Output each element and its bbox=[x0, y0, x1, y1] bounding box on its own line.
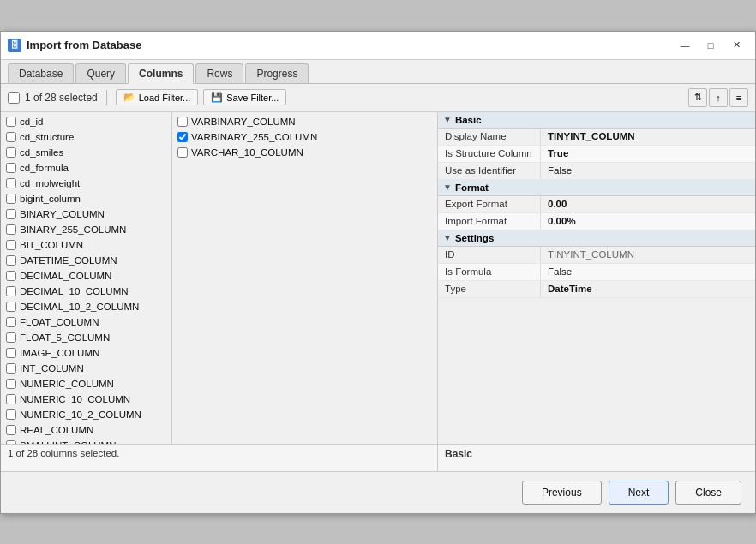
section-format-header[interactable]: ▼ Format bbox=[438, 180, 755, 196]
col-checkbox[interactable] bbox=[6, 286, 16, 296]
load-filter-label: Load Filter... bbox=[139, 93, 191, 103]
list-item[interactable]: NUMERIC_10_COLUMN bbox=[1, 392, 171, 407]
next-button[interactable]: Next bbox=[609, 481, 669, 505]
section-format-label: Format bbox=[455, 182, 489, 193]
col-checkbox[interactable] bbox=[6, 194, 16, 204]
col-checkbox[interactable] bbox=[6, 348, 16, 358]
list-item[interactable]: DECIMAL_10_COLUMN bbox=[1, 284, 171, 299]
tab-columns[interactable]: Columns bbox=[128, 63, 194, 84]
list-item[interactable]: NUMERIC_COLUMN bbox=[1, 376, 171, 392]
sort-icon-button[interactable]: ⇅ bbox=[688, 88, 707, 107]
list-item[interactable]: cd_structure bbox=[1, 129, 171, 145]
list-item[interactable]: cd_molweight bbox=[1, 176, 171, 191]
left-panel: cd_id cd_structure cd_smiles cd_formula … bbox=[1, 112, 438, 471]
status-bar-left: 1 of 28 columns selected. bbox=[1, 444, 437, 471]
list-item[interactable]: NUMERIC_10_2_COLUMN bbox=[1, 407, 171, 422]
prop-value-is-formula: False bbox=[541, 264, 755, 280]
list-item[interactable]: cd_id bbox=[1, 114, 171, 129]
main-content: cd_id cd_structure cd_smiles cd_formula … bbox=[1, 112, 755, 472]
minimize-button[interactable]: — bbox=[673, 37, 697, 54]
list-item[interactable]: DATETIME_COLUMN bbox=[1, 253, 171, 268]
prop-value-type: DateTime bbox=[541, 281, 755, 297]
toolbar-separator bbox=[106, 90, 107, 105]
close-button[interactable]: Close bbox=[675, 481, 741, 505]
list-item[interactable]: DECIMAL_10_2_COLUMN bbox=[1, 299, 171, 314]
list-item[interactable]: bigint_column bbox=[1, 191, 171, 206]
section-basic-header[interactable]: ▼ Basic bbox=[438, 112, 755, 129]
maximize-button[interactable]: □ bbox=[699, 37, 723, 54]
col-checkbox[interactable] bbox=[6, 332, 16, 343]
list-item[interactable]: cd_formula bbox=[1, 160, 171, 176]
col-checkbox[interactable] bbox=[6, 317, 16, 327]
list-item[interactable]: BINARY_255_COLUMN bbox=[1, 222, 171, 237]
toolbar: 1 of 28 selected 📂 Load Filter... 💾 Save… bbox=[1, 84, 755, 112]
close-window-button[interactable]: ✕ bbox=[724, 37, 748, 54]
col-checkbox[interactable] bbox=[6, 132, 16, 142]
list-item[interactable]: INT_COLUMN bbox=[1, 361, 171, 376]
select-all-checkbox[interactable] bbox=[8, 92, 20, 104]
section-basic-label: Basic bbox=[455, 115, 482, 125]
col-checkbox[interactable] bbox=[6, 240, 16, 250]
col-checkbox[interactable] bbox=[6, 271, 16, 281]
list-item[interactable]: REAL_COLUMN bbox=[1, 422, 171, 438]
prop-row-display-name: Display Name TINYINT_COLUMN bbox=[438, 129, 755, 146]
list-item[interactable]: cd_smiles bbox=[1, 145, 171, 160]
tab-progress[interactable]: Progress bbox=[245, 63, 309, 83]
list-item[interactable]: VARCHAR_10_COLUMN bbox=[172, 145, 437, 160]
tab-query[interactable]: Query bbox=[75, 63, 126, 83]
col-checkbox[interactable] bbox=[6, 209, 16, 219]
footer: Previous Next Close bbox=[1, 472, 755, 513]
col-checkbox[interactable] bbox=[6, 224, 16, 235]
prop-label-is-formula: Is Formula bbox=[438, 264, 541, 280]
list-item[interactable]: VARBINARY_255_COLUMN bbox=[172, 129, 437, 145]
right-panel: ▼ Basic Display Name TINYINT_COLUMN Is S… bbox=[438, 112, 755, 471]
load-filter-button[interactable]: 📂 Load Filter... bbox=[116, 89, 199, 105]
col-checkbox[interactable] bbox=[6, 409, 16, 420]
col-checkbox[interactable] bbox=[6, 163, 16, 173]
list-item[interactable]: FLOAT_5_COLUMN bbox=[1, 330, 171, 345]
previous-button[interactable]: Previous bbox=[522, 481, 602, 505]
col-checkbox[interactable] bbox=[6, 178, 16, 188]
list-item[interactable]: BIT_COLUMN bbox=[1, 237, 171, 253]
column-list-left: cd_id cd_structure cd_smiles cd_formula … bbox=[1, 112, 172, 444]
filter-icon-button[interactable]: ↑ bbox=[709, 88, 728, 107]
prop-row-import-format: Import Format 0.00% bbox=[438, 213, 755, 230]
prop-label-is-structure: Is Structure Column bbox=[438, 146, 541, 162]
collapse-format-icon: ▼ bbox=[443, 182, 452, 192]
list-item[interactable]: VARBINARY_COLUMN bbox=[172, 114, 437, 129]
list-item[interactable]: SMALLINT_COLUMN bbox=[1, 438, 171, 444]
col-checkbox[interactable] bbox=[6, 255, 16, 266]
list-item[interactable]: BINARY_COLUMN bbox=[1, 206, 171, 222]
list-item[interactable]: FLOAT_COLUMN bbox=[1, 314, 171, 330]
prop-label-type: Type bbox=[438, 281, 541, 297]
list-item[interactable]: IMAGE_COLUMN bbox=[1, 345, 171, 361]
col-checkbox[interactable] bbox=[6, 363, 16, 374]
list-item[interactable]: DECIMAL_COLUMN bbox=[1, 268, 171, 284]
save-filter-button[interactable]: 💾 Save Filter... bbox=[203, 89, 286, 105]
prop-label-use-identifier: Use as Identifier bbox=[438, 163, 541, 179]
load-filter-icon: 📂 bbox=[123, 92, 135, 103]
prop-label-export-format: Export Format bbox=[438, 196, 541, 212]
app-icon: 🗄 bbox=[8, 39, 21, 52]
col-checkbox[interactable] bbox=[177, 117, 188, 127]
col-checkbox[interactable] bbox=[6, 379, 16, 389]
col-checkbox[interactable] bbox=[6, 147, 16, 158]
col-checkbox[interactable] bbox=[6, 425, 16, 435]
col-checkbox[interactable] bbox=[177, 132, 188, 142]
col-checkbox[interactable] bbox=[6, 394, 16, 404]
prop-value-is-structure: True bbox=[541, 146, 755, 162]
tab-database[interactable]: Database bbox=[8, 63, 74, 83]
section-settings-header[interactable]: ▼ Settings bbox=[438, 230, 755, 247]
col-checkbox[interactable] bbox=[6, 302, 16, 312]
col-checkbox[interactable] bbox=[6, 117, 16, 127]
prop-value-display-name: TINYINT_COLUMN bbox=[541, 129, 755, 145]
grid-icon-button[interactable]: ≡ bbox=[729, 88, 748, 107]
prop-value-id: TINYINT_COLUMN bbox=[541, 247, 755, 263]
collapse-settings-icon: ▼ bbox=[443, 233, 452, 242]
col-checkbox[interactable] bbox=[177, 147, 188, 158]
column-list-right: VARBINARY_COLUMN VARBINARY_255_COLUMN VA… bbox=[172, 112, 437, 444]
prop-row-use-identifier: Use as Identifier False bbox=[438, 163, 755, 180]
tab-rows[interactable]: Rows bbox=[195, 63, 243, 83]
status-bar-right: Basic bbox=[438, 444, 755, 471]
prop-row-id: ID TINYINT_COLUMN bbox=[438, 247, 755, 264]
